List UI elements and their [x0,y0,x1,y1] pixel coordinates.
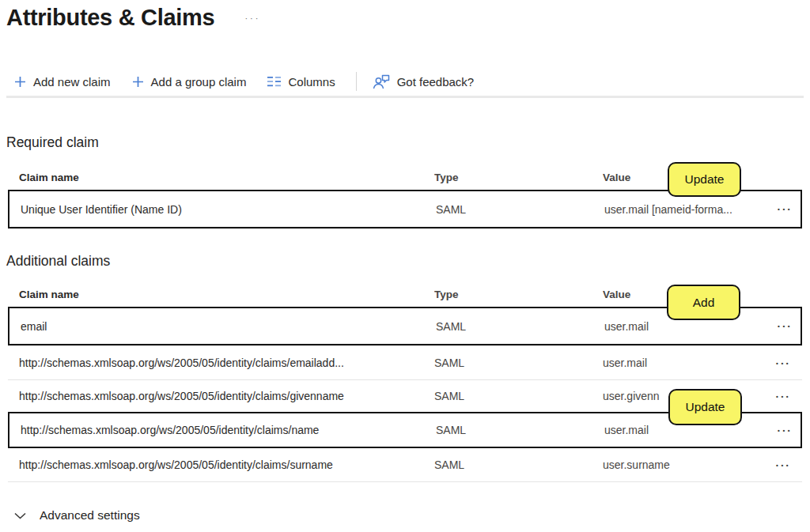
row-actions-button[interactable]: ••• [772,427,804,434]
chevron-down-icon [14,512,26,519]
add-new-claim-button[interactable]: Add new claim [14,75,111,89]
table-row-emailaddress[interactable]: http://schemas.xmlsoap.org/ws/2005/05/id… [8,346,802,379]
claim-type-cell: SAML [436,424,604,436]
got-feedback-label: Got feedback? [397,75,475,89]
claim-type-cell: SAML [434,357,603,369]
table-row-surname[interactable]: http://schemas.xmlsoap.org/ws/2005/05/id… [8,448,802,481]
add-group-claim-button[interactable]: Add a group claim [132,75,247,89]
row-actions-button[interactable]: ••• [772,323,804,330]
claim-name-cell: http://schemas.xmlsoap.org/ws/2005/05/id… [19,357,434,369]
page-title: Attributes & Claims [6,5,214,31]
claim-name-cell: http://schemas.xmlsoap.org/ws/2005/05/id… [19,458,434,471]
more-options-icon[interactable]: ··· [244,14,260,23]
column-header-type: Type [434,172,603,183]
toolbar-divider [356,72,357,91]
annotation-label: Add [693,296,715,310]
claim-type-cell: SAML [436,203,604,216]
annotation-update-name-claim: Update [668,389,742,425]
claim-name-cell: http://schemas.xmlsoap.org/ws/2005/05/id… [21,424,436,436]
columns-label: Columns [288,75,335,89]
annotation-add-email-claim: Add [667,285,740,320]
row-separator [8,228,802,229]
column-header-claim-name: Claim name [19,172,434,183]
add-new-claim-label: Add new claim [33,75,111,89]
row-actions-button[interactable]: ••• [770,462,802,469]
claim-name-cell: http://schemas.xmlsoap.org/ws/2005/05/id… [19,390,434,402]
required-claim-heading: Required claim [6,134,99,151]
row-actions-button[interactable]: ••• [772,206,804,213]
advanced-settings-label: Advanced settings [40,508,140,523]
attributes-claims-page: Attributes & Claims ··· Add new claim Ad… [0,0,810,532]
claim-value-cell: user.mail [nameid-forma... [604,203,772,216]
annotation-label: Update [685,172,725,187]
additional-claims-heading: Additional claims [6,253,110,270]
claim-name-cell: Unique User Identifier (Name ID) [21,203,436,216]
row-actions-button[interactable]: ••• [770,360,802,367]
annotation-update-required-claim: Update [668,162,741,197]
claim-value-cell: user.surname [603,458,770,471]
column-header-type: Type [434,289,603,300]
claim-value-cell: user.mail [604,320,772,333]
command-bar: Add new claim Add a group claim Columns [14,70,474,93]
claim-value-cell: user.mail [603,357,770,369]
toolbar-separator [6,96,804,98]
column-header-claim-name: Claim name [19,289,434,300]
row-separator [8,481,802,482]
page-header: Attributes & Claims ··· [6,5,260,31]
row-actions-button[interactable]: ••• [770,393,802,400]
got-feedback-button[interactable]: Got feedback? [373,74,475,89]
columns-icon [267,77,281,87]
claim-type-cell: SAML [434,458,603,471]
claim-type-cell: SAML [434,390,603,402]
claim-type-cell: SAML [436,320,604,333]
plus-icon [132,76,144,88]
claim-value-cell: user.mail [604,424,772,436]
annotation-label: Update [686,400,725,414]
advanced-settings-toggle[interactable]: Advanced settings [14,508,140,523]
feedback-icon [373,74,390,89]
plus-icon [14,76,26,88]
add-group-claim-label: Add a group claim [151,75,247,89]
claim-name-cell: email [21,320,436,333]
columns-button[interactable]: Columns [267,75,335,89]
